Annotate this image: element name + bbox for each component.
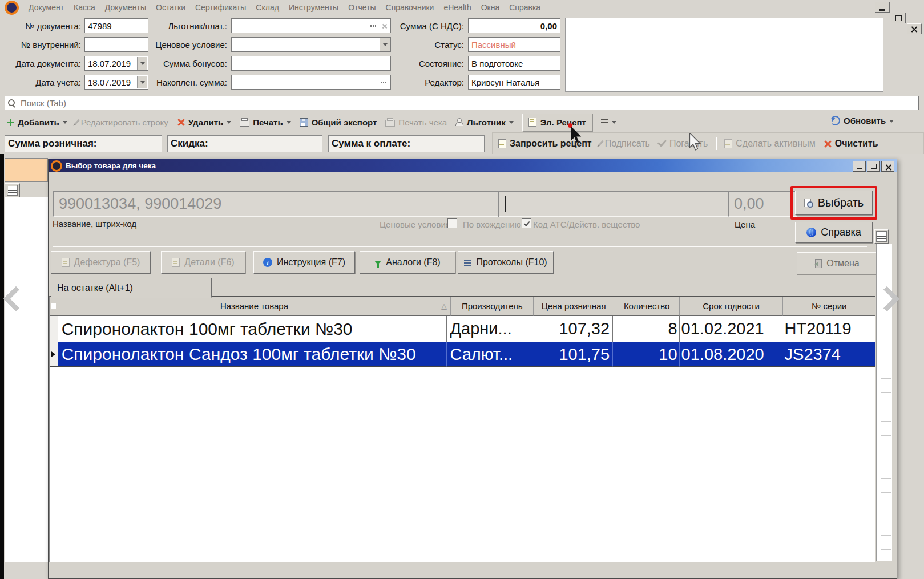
document-icon (724, 139, 732, 148)
window-minimize-button[interactable] (875, 2, 890, 13)
menu-item-sklad[interactable]: Склад (256, 3, 279, 12)
beneficiary-button[interactable]: Льготник (455, 118, 514, 127)
dialog-close-button[interactable] (881, 161, 894, 172)
table-row-selected[interactable]: Спиронолактон Сандоз 100мг таблетки №30 … (50, 342, 875, 367)
discount-box: Скидка: (167, 135, 322, 152)
editor-value: Кривсун Наталья (471, 78, 539, 87)
cancel-button[interactable]: Отмена (797, 252, 878, 274)
minimize-icon (879, 9, 885, 11)
beneficiary-field[interactable] (231, 18, 391, 33)
cell-series: JS2374 (782, 342, 875, 367)
instruction-button[interactable]: i Инструкция (F7) (253, 251, 355, 274)
search-input[interactable]: Поиск (Tab) (5, 96, 919, 110)
delete-icon (177, 118, 185, 126)
ellipsis-icon[interactable] (370, 25, 377, 27)
close-icon (911, 26, 918, 33)
header-marker-cell[interactable] (50, 297, 58, 316)
dialog-secondary-input[interactable] (498, 191, 735, 217)
header-series[interactable]: № серии (783, 297, 875, 316)
menu-item-document[interactable]: Документ (29, 3, 64, 12)
header-expiry[interactable]: Срок годности (680, 297, 782, 316)
clear-field-icon[interactable] (382, 23, 387, 29)
help-button[interactable]: Справка (795, 222, 873, 243)
dialog-minimize-button[interactable] (853, 161, 866, 172)
pencil-icon (74, 119, 80, 125)
cancel-label: Отмена (826, 258, 859, 269)
instruction-label: Инструкция (F7) (277, 257, 345, 268)
delete-button[interactable]: Удалить (177, 118, 232, 127)
sign-button: Подписать (600, 139, 650, 149)
highlighted-cell (5, 158, 48, 182)
plus-icon (7, 119, 14, 126)
doc-number-field[interactable]: 47989 (84, 18, 148, 33)
menu-item-ostatki[interactable]: Остатки (156, 3, 185, 12)
print-button[interactable]: Печать (240, 118, 290, 127)
price-condition-field[interactable] (231, 37, 391, 52)
header-producer[interactable]: Производитель (451, 297, 534, 316)
reg-date-value: 18.07.2019 (88, 78, 131, 87)
ellipsis-icon[interactable] (380, 82, 387, 83)
reg-date-field[interactable]: 18.07.2019 (84, 75, 148, 90)
checkmark-icon (523, 220, 530, 226)
header-retail-price[interactable]: Цена розничная (534, 297, 614, 316)
window-restore-button[interactable] (891, 13, 906, 23)
clear-button[interactable]: Очистить (824, 139, 878, 149)
internal-number-field[interactable] (84, 37, 148, 52)
funnel-icon (374, 261, 381, 265)
select-button[interactable]: Выбрать (795, 191, 873, 215)
grid-corner-button[interactable] (5, 183, 20, 197)
list-menu-button[interactable] (601, 118, 616, 126)
header-product-name[interactable]: Название товара△ (58, 297, 451, 316)
state-label: Состояние: (393, 59, 464, 68)
discount-label: Скидка: (171, 138, 208, 149)
maximize-icon (871, 164, 877, 169)
grid-corner-button[interactable] (874, 229, 889, 244)
details-label: Детали (F6) (184, 257, 234, 268)
menu-item-spravochniki[interactable]: Справочники (386, 3, 434, 12)
internal-number-label: № внутренний: (5, 40, 81, 50)
dialog-maximize-button[interactable] (867, 161, 880, 172)
add-button[interactable]: Добавить (7, 118, 67, 127)
menu-item-kassa[interactable]: Касса (74, 3, 95, 12)
price-conditions-label: Ценовые условия (380, 220, 450, 229)
price-condition-label: Ценовое условие: (143, 40, 227, 50)
price-conditions-checkbox[interactable] (447, 218, 457, 228)
grid-icon (50, 302, 57, 310)
print-label: Печать (253, 118, 283, 127)
globe-icon (806, 228, 816, 237)
bonus-sum-field[interactable] (231, 56, 391, 71)
header-label: Цена розничная (542, 301, 606, 311)
tab-on-stock[interactable]: На остатке (Alt+1) (51, 278, 212, 298)
protocols-label: Протоколы (F10) (476, 257, 547, 268)
by-occurrence-checkbox[interactable] (522, 218, 531, 228)
print-receipt-label: Печать чека (398, 118, 447, 127)
price-condition-dropdown-button[interactable] (380, 38, 390, 51)
menu-item-ehealth[interactable]: eHealth (443, 3, 471, 12)
menu-item-spravka[interactable]: Справка (509, 3, 540, 12)
menu-item-reports[interactable]: Отчеты (348, 3, 376, 12)
dialog-search-input[interactable]: 990013034, 990014029 (53, 191, 499, 217)
mouse-cursor-secondary (688, 133, 703, 152)
export-button[interactable]: Общий экспорт (300, 118, 377, 127)
window-close-button[interactable] (907, 23, 922, 34)
protocols-button[interactable]: Протоколы (F10) (458, 251, 554, 274)
refresh-button[interactable]: Обновить (830, 116, 894, 125)
menu-item-instruments[interactable]: Инструменты (289, 3, 338, 12)
accum-sum-label: Накоплен. сумма: (143, 78, 227, 87)
accum-sum-field[interactable] (231, 75, 391, 90)
grid-icon (7, 185, 18, 196)
chevron-down-icon (383, 43, 388, 48)
dialog-price-field[interactable]: 0,00 (728, 191, 797, 217)
table-row[interactable]: Спиронолактон 100мг таблетки №30 Дарни..… (50, 316, 875, 342)
menu-item-okna[interactable]: Окна (481, 3, 500, 12)
list-icon (464, 260, 471, 266)
menu-item-certificates[interactable]: Сертификаты (195, 3, 246, 12)
notes-panel[interactable] (565, 18, 883, 92)
dialog-title-bar[interactable]: Выбор товара для чека (49, 159, 897, 172)
doc-date-field[interactable]: 18.07.2019 (84, 56, 148, 71)
main-toolbar: Добавить Редактировать строку Удалить Пе… (0, 112, 924, 132)
header-quantity[interactable]: Количество (614, 297, 680, 316)
analogs-button[interactable]: Аналоги (F8) (360, 251, 455, 274)
row-marker-cell (50, 342, 58, 367)
menu-item-documents[interactable]: Документы (105, 3, 146, 12)
